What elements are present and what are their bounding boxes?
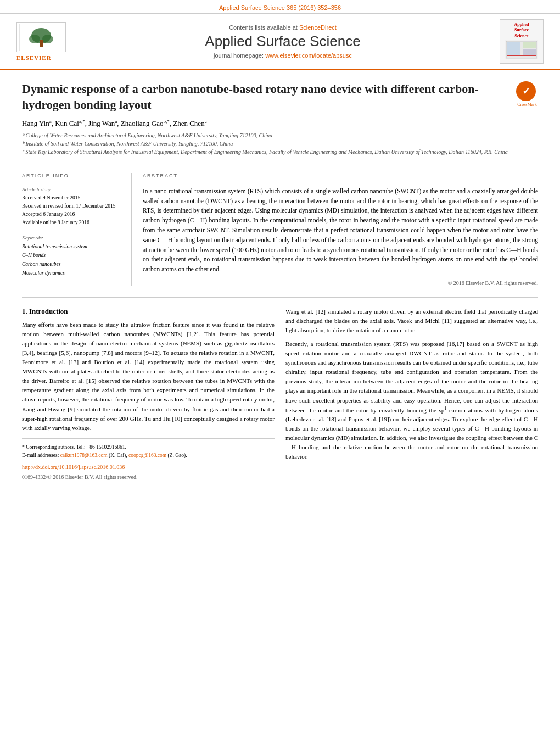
article-info-abstract-section: ARTICLE INFO Article history: Received 9…	[22, 165, 538, 286]
svg-text:✓: ✓	[522, 86, 530, 97]
affiliations: ᵃ College of Water Resources and Archite…	[22, 131, 511, 156]
doi-line: http://dx.doi.org/10.1016/j.apsusc.2016.…	[22, 463, 275, 472]
journal-reference-bar: Applied Surface Science 365 (2016) 352–3…	[0, 0, 560, 14]
received-date: Received 9 November 2015	[22, 194, 122, 202]
corresponding-authors-note: * Corresponding authors. Tel.: +86 15102…	[22, 443, 275, 451]
keywords-label: Keywords:	[22, 235, 122, 241]
homepage-link[interactable]: www.elsevier.com/locate/apsusc	[265, 52, 352, 59]
paper-content: Dynamic response of a carbon nanotube-ba…	[0, 70, 560, 493]
abstract-column: ABSTRACT In a nano rotational transmissi…	[143, 173, 538, 286]
keyword-1: Rotational transmission system	[22, 242, 122, 251]
abstract-heading: ABSTRACT	[143, 173, 538, 181]
crossmark-icon: ✓	[516, 81, 536, 101]
elsevier-logo-image	[16, 22, 66, 52]
journal-header: ELSEVIER Contents lists available at Sci…	[0, 14, 560, 70]
authors: Hang Yina, Kun Caia,*, Jing Wana, Zhaoli…	[22, 118, 511, 127]
article-info-column: ARTICLE INFO Article history: Received 9…	[22, 173, 132, 286]
body-two-column-section: 1. Introduction Many efforts have been m…	[22, 297, 538, 482]
journal-thumbnail: AppliedSurfaceScience	[500, 19, 544, 64]
intro-paragraph-3: Recently, a rotational transmission syst…	[285, 339, 538, 461]
crossmark-label: CrossMark	[516, 102, 538, 107]
svg-rect-4	[40, 40, 43, 47]
journal-title: Applied Surface Science	[66, 33, 500, 50]
body-left-column: 1. Introduction Many efforts have been m…	[22, 307, 275, 482]
abstract-text: In a nano rotational transmission system…	[143, 187, 538, 275]
header-center: Contents lists available at ScienceDirec…	[66, 24, 500, 59]
elsevier-label: ELSEVIER	[16, 54, 52, 61]
body-right-column: Wang et al. [12] simulated a rotary moto…	[285, 307, 538, 482]
svg-rect-8	[507, 42, 520, 55]
article-title-main: Dynamic response of a carbon nanotube-ba…	[22, 81, 511, 156]
contents-line: Contents lists available at ScienceDirec…	[66, 24, 500, 31]
article-title-section: Dynamic response of a carbon nanotube-ba…	[22, 81, 538, 156]
affiliation-b: ᵇ Institute of Soil and Water Conservati…	[22, 140, 511, 148]
article-title: Dynamic response of a carbon nanotube-ba…	[22, 81, 511, 113]
available-date: Available online 8 January 2016	[22, 219, 122, 227]
intro-paragraph-1: Many efforts have been made to study the…	[22, 320, 275, 433]
article-history-section: Article history: Received 9 November 201…	[22, 187, 122, 227]
keyword-3: Carbon nanotubes	[22, 260, 122, 269]
svg-point-3	[42, 35, 53, 43]
email-link-1[interactable]: caikun1978@163.com	[60, 453, 108, 458]
email-note: E-mail addresses: caikun1978@163.com (K.…	[22, 451, 275, 460]
affiliation-c: ᶜ State Key Laboratory of Structural Ana…	[22, 148, 511, 156]
svg-rect-10	[523, 49, 536, 55]
doi-link[interactable]: http://dx.doi.org/10.1016/j.apsusc.2016.…	[22, 464, 125, 470]
journal-reference: Applied Surface Science 365 (2016) 352–3…	[219, 4, 341, 11]
svg-point-2	[29, 35, 40, 43]
homepage-line: journal homepage: www.elsevier.com/locat…	[66, 52, 500, 59]
article-info-heading: ARTICLE INFO	[22, 173, 122, 181]
email-link-2[interactable]: coopcg@163.com	[128, 453, 166, 458]
crossmark-section: ✓ CrossMark	[516, 81, 538, 156]
article-dates: Received 9 November 2015 Received in rev…	[22, 194, 122, 227]
article-history-label: Article history:	[22, 187, 122, 192]
revised-date: Received in revised form 17 December 201…	[22, 202, 122, 210]
keywords-section: Keywords: Rotational transmission system…	[22, 235, 122, 278]
svg-rect-9	[523, 42, 536, 48]
affiliation-a: ᵃ College of Water Resources and Archite…	[22, 131, 511, 140]
keywords-list: Rotational transmission system C–H bonds…	[22, 242, 122, 278]
elsevier-block: ELSEVIER	[16, 22, 66, 61]
keyword-4: Molecular dynamics	[22, 269, 122, 277]
intro-paragraph-2: Wang et al. [12] simulated a rotary moto…	[285, 307, 538, 335]
footnotes-section: * Corresponding authors. Tel.: +86 15102…	[22, 438, 275, 482]
accepted-date: Accepted 6 January 2016	[22, 210, 122, 219]
copyright-line: © 2016 Elsevier B.V. All rights reserved…	[143, 280, 538, 286]
issn-line: 0169-4332/© 2016 Elsevier B.V. All right…	[22, 473, 275, 482]
keyword-2: C–H bonds	[22, 251, 122, 260]
authors-text: Hang Yina, Kun Caia,*, Jing Wana, Zhaoli…	[22, 119, 207, 127]
introduction-title: 1. Introduction	[22, 307, 275, 316]
